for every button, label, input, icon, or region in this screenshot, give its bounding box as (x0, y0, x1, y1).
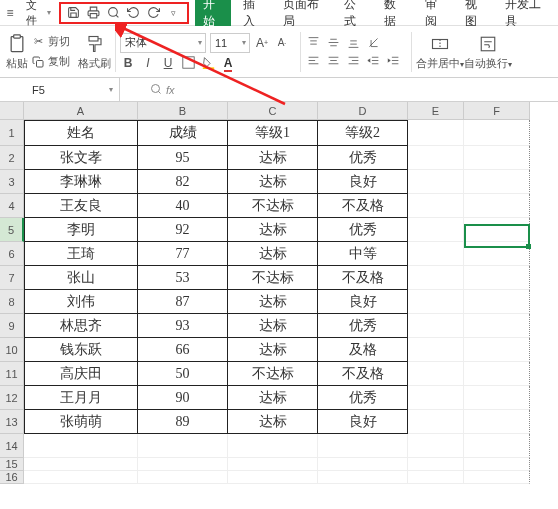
cell[interactable]: 优秀 (318, 218, 408, 242)
cell[interactable]: 等级1 (228, 120, 318, 146)
cell[interactable] (464, 242, 530, 266)
print-preview-icon[interactable] (107, 6, 121, 20)
row-header[interactable]: 10 (0, 338, 24, 362)
cell[interactable]: 优秀 (318, 314, 408, 338)
col-header-e[interactable]: E (408, 102, 464, 120)
cell[interactable]: 50 (138, 362, 228, 386)
cell[interactable] (318, 458, 408, 471)
cell[interactable] (464, 386, 530, 410)
align-top-icon[interactable] (305, 35, 321, 51)
cell[interactable] (464, 338, 530, 362)
cell[interactable] (464, 120, 530, 146)
cell[interactable]: 高庆田 (24, 362, 138, 386)
col-header-f[interactable]: F (464, 102, 530, 120)
cell[interactable] (408, 170, 464, 194)
indent-increase-icon[interactable] (385, 53, 401, 69)
cell[interactable]: 优秀 (318, 146, 408, 170)
cell[interactable]: 66 (138, 338, 228, 362)
cell[interactable] (24, 434, 138, 458)
cell[interactable]: 不达标 (228, 266, 318, 290)
cell[interactable] (408, 194, 464, 218)
qat-dropdown-icon[interactable]: ▿ (167, 6, 181, 20)
cell[interactable]: 林思齐 (24, 314, 138, 338)
cell[interactable] (408, 290, 464, 314)
align-left-icon[interactable] (305, 53, 321, 69)
cell[interactable]: 40 (138, 194, 228, 218)
cell[interactable]: 良好 (318, 170, 408, 194)
cell[interactable]: 王友良 (24, 194, 138, 218)
cell[interactable] (408, 386, 464, 410)
cell[interactable]: 89 (138, 410, 228, 434)
bold-icon[interactable]: B (120, 55, 136, 71)
cell[interactable] (24, 458, 138, 471)
col-header-b[interactable]: B (138, 102, 228, 120)
cell[interactable] (228, 471, 318, 484)
save-icon[interactable] (67, 6, 81, 20)
copy-button[interactable]: 复制 (28, 53, 72, 71)
cell[interactable]: 不达标 (228, 362, 318, 386)
cell[interactable]: 良好 (318, 290, 408, 314)
cell[interactable]: 不达标 (228, 194, 318, 218)
row-header[interactable]: 5 (0, 218, 24, 242)
font-size-select[interactable]: 11 (210, 33, 250, 53)
cell[interactable] (24, 471, 138, 484)
cell[interactable]: 刘伟 (24, 290, 138, 314)
increase-font-icon[interactable]: A+ (254, 35, 270, 51)
cell[interactable]: 等级2 (318, 120, 408, 146)
cell[interactable]: 77 (138, 242, 228, 266)
cell[interactable]: 钱东跃 (24, 338, 138, 362)
cell[interactable]: 87 (138, 290, 228, 314)
col-header-a[interactable]: A (24, 102, 138, 120)
row-header[interactable]: 3 (0, 170, 24, 194)
cell[interactable] (138, 434, 228, 458)
cell[interactable] (464, 458, 530, 471)
font-color-icon[interactable]: A (220, 55, 236, 71)
row-header[interactable]: 11 (0, 362, 24, 386)
fx-icon[interactable] (150, 83, 162, 97)
cell[interactable]: 达标 (228, 218, 318, 242)
cell[interactable]: 不及格 (318, 194, 408, 218)
cell[interactable] (464, 290, 530, 314)
cell[interactable]: 优秀 (318, 386, 408, 410)
cell[interactable] (464, 146, 530, 170)
cell[interactable] (464, 194, 530, 218)
cell[interactable]: 达标 (228, 410, 318, 434)
cell[interactable] (138, 471, 228, 484)
cell[interactable]: 53 (138, 266, 228, 290)
cell[interactable] (464, 266, 530, 290)
border-icon[interactable] (180, 55, 196, 71)
select-all-corner[interactable] (0, 102, 24, 120)
row-header[interactable]: 2 (0, 146, 24, 170)
print-icon[interactable] (87, 6, 101, 20)
cell[interactable]: 张文孝 (24, 146, 138, 170)
row-header[interactable]: 15 (0, 458, 24, 471)
cell[interactable]: 张萌萌 (24, 410, 138, 434)
cell[interactable]: 李琳琳 (24, 170, 138, 194)
merge-icon[interactable] (429, 33, 451, 55)
cell[interactable]: 成绩 (138, 120, 228, 146)
cell[interactable]: 达标 (228, 146, 318, 170)
cell[interactable] (464, 434, 530, 458)
name-box[interactable]: F5 (0, 78, 120, 101)
redo-icon[interactable] (147, 6, 161, 20)
cell[interactable]: 不及格 (318, 362, 408, 386)
cell[interactable]: 中等 (318, 242, 408, 266)
cell[interactable]: 达标 (228, 242, 318, 266)
undo-icon[interactable] (127, 6, 141, 20)
cell[interactable] (408, 314, 464, 338)
cell[interactable]: 王琦 (24, 242, 138, 266)
row-header[interactable]: 6 (0, 242, 24, 266)
indent-decrease-icon[interactable] (365, 53, 381, 69)
fill-color-icon[interactable] (200, 55, 216, 71)
align-bottom-icon[interactable] (345, 35, 361, 51)
cell[interactable] (408, 146, 464, 170)
cell[interactable] (464, 410, 530, 434)
wrap-icon[interactable] (477, 33, 499, 55)
cell[interactable] (408, 362, 464, 386)
cell[interactable]: 95 (138, 146, 228, 170)
cell[interactable] (408, 338, 464, 362)
row-header[interactable]: 13 (0, 410, 24, 434)
cell[interactable] (228, 458, 318, 471)
cell[interactable]: 达标 (228, 290, 318, 314)
cell[interactable] (408, 242, 464, 266)
